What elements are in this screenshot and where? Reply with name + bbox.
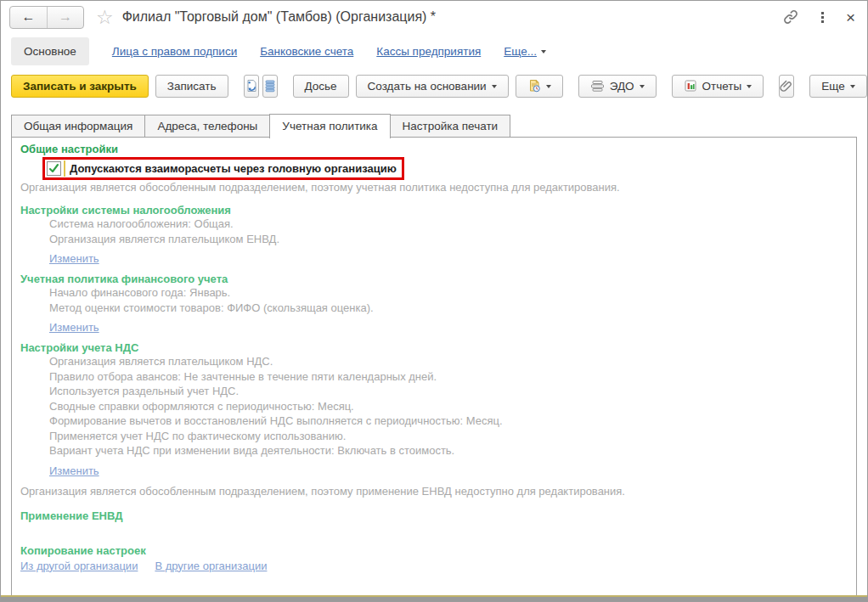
save-button[interactable]: Записать [155,75,228,98]
chevron-down-icon [747,85,752,88]
info-line: Метод оценки стоимости товаров: ФИФО (ск… [49,301,846,316]
info-line: Система налогообложения: Общая. [49,217,846,232]
edo-label: ЭДО [610,80,634,93]
tab-general-info[interactable]: Общая информация [11,115,145,138]
annotation-highlight: Допускаются взаиморасчеты через головную… [42,157,404,180]
tab-addresses[interactable]: Адреса, телефоны [144,115,270,138]
checkbox-mutual-settlements[interactable] [47,161,61,176]
change-vat-link[interactable]: Изменить [49,464,99,478]
chevron-down-icon [850,85,855,88]
copy-from-other-org-link[interactable]: Из другой организации [20,560,138,572]
stacked-bars-icon [263,79,277,93]
paperclip-icon [780,79,793,93]
chevron-down-icon [492,85,497,88]
reports-button[interactable]: Отчеты [672,75,764,98]
chevron-down-icon [541,50,546,53]
reread-button[interactable] [244,75,259,98]
edo-stack-icon [590,80,605,93]
nav-more-button[interactable]: Еще... [504,45,546,58]
info-line: Применяется учет НДС по фактическому исп… [49,429,846,444]
field-divider [64,160,65,177]
info-line: Формирование вычетов и восстановлений НД… [49,414,846,429]
history-nav: ← → [9,6,84,29]
tab-panel: Общие настройки Допускаются взаиморасчет… [11,137,857,595]
section-heading-tax-system: Настройки системы налогообложения [20,204,846,217]
link-icon[interactable] [782,8,799,25]
attachments-button[interactable] [779,75,794,98]
title-actions: × [782,8,855,25]
nav-bar: Основное Лица с правом подписи Банковски… [1,33,867,69]
tab-accounting-policy[interactable]: Учетная политика [269,114,390,138]
info-line: Вариант учета НДС при изменении вида дея… [49,443,846,459]
tab-strip: Общая информация Адреса, телефоны Учетна… [11,113,510,138]
tab-print-settings[interactable]: Настройка печати [390,115,511,138]
checkmark-icon [48,163,59,174]
more-menu-icon[interactable] [821,12,824,23]
edo-button[interactable]: ЭДО [578,75,657,98]
back-button[interactable]: ← [10,7,47,28]
notice-envd-readonly: Организация является обособленным подраз… [20,484,846,499]
favorite-star-icon[interactable]: ☆ [96,8,114,27]
section-heading-copy: Копирование настроек [20,544,846,557]
document-refresh-icon [245,79,258,93]
nav-more-label: Еще... [504,45,537,58]
page-title: Филиал "Торговый дом" (Тамбов) (Организа… [122,9,436,25]
section-heading-vat: Настройки учета НДС [20,341,846,354]
title-bar: ← → ☆ Филиал "Торговый дом" (Тамбов) (Ор… [1,1,867,33]
nav-link-bank-accounts[interactable]: Банковские счета [260,45,353,58]
forward-button[interactable]: → [47,7,83,28]
info-line: Организация является плательщиком ЕНВД. [49,232,846,247]
save-and-close-button[interactable]: Записать и закрыть [11,75,149,98]
checkbox-label: Допускаются взаиморасчеты через головную… [70,162,397,175]
reminder-button[interactable] [516,75,563,98]
create-based-on-label: Создать на основании [368,80,487,93]
section-heading-envd: Применение ЕНВД [20,509,846,522]
copy-to-other-orgs-link[interactable]: В другие организации [155,560,267,572]
more-label: Еще [821,80,844,93]
nav-item-main[interactable]: Основное [11,37,89,65]
document-clock-icon [527,79,541,93]
bar-chart-icon [684,79,697,93]
section-heading-general: Общие настройки [20,143,846,155]
info-line: Правило отбора авансов: Не зачтенные в т… [49,369,846,385]
section-heading-fin-policy: Учетная политика финансового учета [20,273,846,285]
create-based-on-button[interactable]: Создать на основании [356,75,509,98]
info-line: Используется раздельный учет НДС. [49,384,846,399]
notice-policy-readonly: Организация является обособленным подраз… [20,180,846,195]
chevron-down-icon [640,85,645,88]
nav-link-signers[interactable]: Лица с правом подписи [112,45,237,58]
window-bottom-edge [1,595,867,601]
chevron-down-icon [546,85,551,88]
toolbar: Записать и закрыть Записать [1,69,867,103]
nav-link-cash-desks[interactable]: Кассы предприятия [376,45,481,58]
form-window: ← → ☆ Филиал "Торговый дом" (Тамбов) (Ор… [0,0,868,602]
change-fin-policy-link[interactable]: Изменить [49,321,99,335]
structure-button[interactable] [262,75,278,98]
info-line: Организация является плательщиком НДС. [49,354,846,369]
change-tax-system-link[interactable]: Изменить [49,252,99,266]
reports-label: Отчеты [702,80,742,93]
info-line: Сводные справки оформляются с периодично… [49,399,846,414]
close-icon[interactable]: × [846,9,855,25]
info-line: Начало финансового года: Январь. [49,285,846,301]
dossier-button[interactable]: Досье [293,75,349,98]
more-button[interactable]: Еще [809,75,866,98]
